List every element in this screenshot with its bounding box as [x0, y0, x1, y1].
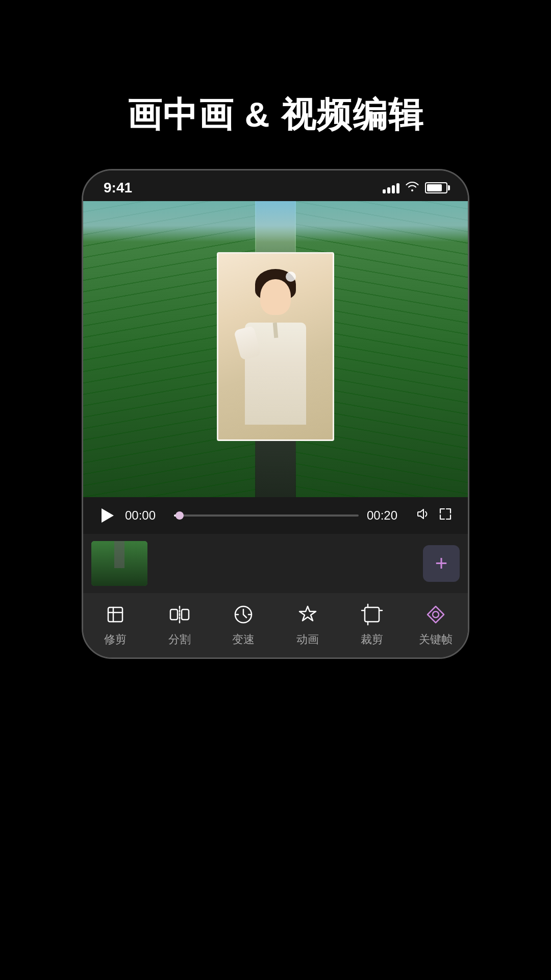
progress-handle[interactable]	[176, 511, 184, 520]
svg-rect-0	[108, 607, 122, 622]
expand-icon[interactable]	[438, 507, 453, 525]
crop-label: 裁剪	[361, 632, 383, 647]
phone-wrapper: 9:41	[0, 169, 551, 690]
timeline: +	[83, 534, 468, 593]
add-icon: +	[435, 553, 448, 574]
svg-marker-15	[428, 606, 444, 623]
volume-icon[interactable]	[416, 507, 430, 525]
keyframe-label: 关键帧	[419, 632, 453, 647]
svg-rect-3	[170, 609, 178, 620]
page-title: 画中画 & 视频编辑	[31, 92, 520, 138]
toolbar-item-trim[interactable]: 修剪	[83, 601, 147, 647]
animate-icon	[294, 601, 321, 628]
figure-body	[245, 323, 306, 425]
signal-icon	[383, 182, 399, 193]
svg-rect-4	[182, 609, 189, 620]
figure-dress-strap	[273, 323, 279, 338]
pip-figure	[218, 254, 333, 439]
status-bar: 9:41	[83, 170, 468, 201]
status-time: 9:41	[104, 180, 132, 196]
title-area: 画中画 & 视频编辑	[0, 0, 551, 169]
bottom-toolbar: 修剪 分割	[83, 593, 468, 657]
svg-point-16	[433, 611, 439, 618]
time-current: 00:00	[125, 508, 166, 523]
add-clip-button[interactable]: +	[423, 545, 460, 582]
battery-icon	[425, 182, 447, 193]
status-icons	[383, 181, 447, 195]
phone-mockup: 9:41	[82, 169, 469, 659]
video-area	[83, 201, 468, 497]
crop-icon	[359, 601, 385, 628]
keyframe-icon	[422, 601, 449, 628]
animate-label: 动画	[296, 632, 319, 647]
trim-icon	[102, 601, 129, 628]
pip-overlay	[217, 252, 334, 441]
play-button[interactable]	[98, 506, 117, 525]
svg-marker-9	[299, 606, 316, 621]
play-icon	[102, 508, 114, 523]
clip-thumb-rock	[114, 541, 124, 568]
split-label: 分割	[168, 632, 191, 647]
figure-face	[260, 279, 291, 315]
wifi-icon	[406, 181, 419, 195]
clip-thumbnail[interactable]	[91, 541, 147, 586]
toolbar-item-keyframe[interactable]: 关键帧	[404, 601, 468, 647]
toolbar-item-crop[interactable]: 裁剪	[340, 601, 404, 647]
split-icon	[166, 601, 193, 628]
figure-shoulder	[234, 326, 261, 360]
toolbar-item-split[interactable]: 分割	[147, 601, 212, 647]
progress-bar[interactable]	[174, 514, 359, 517]
page-background: 画中画 & 视频编辑 9:41	[0, 0, 551, 980]
bg-sky	[83, 201, 468, 242]
time-total: 00:20	[367, 508, 408, 523]
trim-label: 修剪	[104, 632, 127, 647]
figure-hair-decoration	[286, 272, 296, 282]
toolbar-item-speed[interactable]: 变速	[211, 601, 276, 647]
svg-rect-10	[365, 607, 379, 622]
speed-icon	[230, 601, 257, 628]
speed-label: 变速	[232, 632, 255, 647]
figure-head	[253, 269, 298, 325]
player-controls: 00:00 00:20	[83, 497, 468, 534]
toolbar-item-animate[interactable]: 动画	[276, 601, 340, 647]
